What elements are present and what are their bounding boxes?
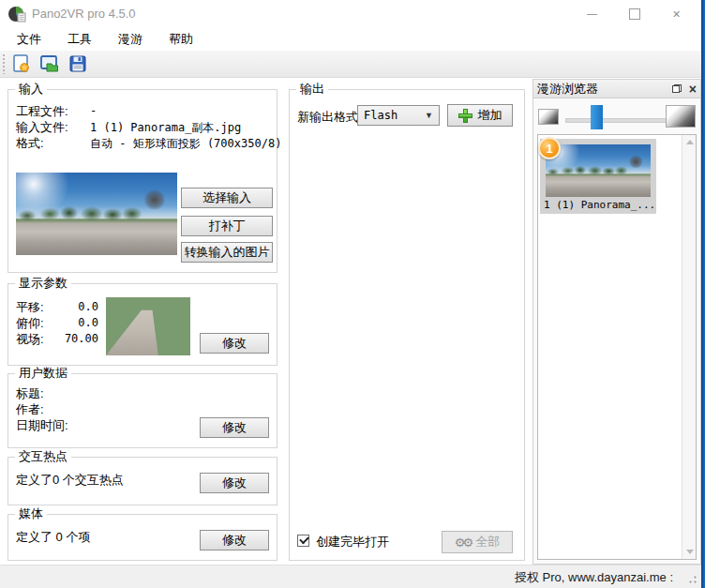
format-label: 格式: [16, 136, 44, 150]
menu-tools[interactable]: 工具 [58, 28, 101, 51]
scroll-up-icon[interactable] [682, 135, 697, 149]
output-groupbox: 输出 新输出格式: Flash ▼ 增加 创建完毕打开 ⚙⚙ 全部 [289, 89, 525, 561]
maximize-icon [629, 8, 640, 20]
checkmark-icon [299, 535, 309, 545]
pan-value: 0.0 [55, 300, 98, 313]
close-icon: × [672, 7, 680, 22]
add-output-button[interactable]: 增加 [447, 104, 513, 127]
save-project-button[interactable] [66, 53, 90, 75]
open-project-icon [39, 53, 60, 74]
hotspots-title: 交互热点 [15, 450, 71, 463]
menu-help[interactable]: 帮助 [159, 28, 202, 51]
media-title: 媒体 [15, 507, 47, 520]
output-title: 输出 [296, 83, 328, 96]
patch-label: 打补丁 [209, 218, 246, 234]
close-button[interactable]: × [655, 0, 698, 28]
tour-browser-titlebar[interactable]: 漫游浏览器 × [533, 80, 700, 98]
output-format-select[interactable]: Flash ▼ [357, 105, 440, 126]
float-panel-icon[interactable] [672, 84, 682, 93]
input-panorama-preview [16, 173, 177, 255]
chevron-down-icon: ▼ [425, 111, 433, 120]
minimize-icon [587, 14, 597, 15]
desktop-background-strip [701, 0, 705, 588]
zoom-in-thumbnail-icon [666, 105, 696, 128]
toolbar [0, 51, 701, 78]
tilt-value: 0.0 [55, 316, 98, 329]
display-params-groupbox: 显示参数 平移: 0.0 俯仰: 0.0 视场: 70.00 修改 [8, 283, 278, 366]
patch-button[interactable]: 打补丁 [181, 216, 273, 236]
window-title: Pano2VR pro 4.5.0 [32, 7, 136, 21]
datetime-field-label: 日期时间: [16, 417, 68, 434]
modify-display-button[interactable]: 修改 [200, 333, 269, 354]
tour-browser-panel: 漫游浏览器 × 1 1 (1) Panorama_... [532, 79, 701, 565]
thumbnail-zoom-track[interactable] [565, 118, 667, 123]
input-file-value: 1 (1) Panorama_副本.jpg [90, 120, 241, 136]
input-group-title: 输入 [15, 83, 47, 96]
output-format-label: 新输出格式: [297, 109, 362, 126]
convert-input-button[interactable]: 转换输入的图片 [181, 242, 273, 263]
panorama-item-thumbnail [546, 144, 651, 197]
modify-user-data-label: 修改 [222, 419, 247, 436]
new-project-icon [11, 53, 32, 74]
menu-tour[interactable]: 漫游 [109, 28, 152, 51]
fov-value: 70.00 [55, 332, 98, 345]
list-scrollbar[interactable] [682, 135, 696, 559]
menu-file[interactable]: 文件 [8, 28, 51, 51]
thumbnail-zoom-slider[interactable] [591, 105, 603, 129]
thumbnail-zoom-row [533, 102, 700, 130]
menubar: 文件 工具 漫游 帮助 [0, 28, 701, 51]
input-groupbox: 输入 工程文件: - 输入文件: 1 (1) Panorama_副本.jpg 格… [8, 89, 278, 273]
media-summary: 定义了 0 个项 [16, 529, 90, 546]
project-file-row: 工程文件: [16, 103, 68, 120]
format-value: 自动 - 矩形球面投影 (700x350/8) [90, 136, 281, 152]
add-output-label: 增加 [478, 107, 502, 124]
minimize-button[interactable] [571, 0, 613, 28]
window-titlebar: Pano2VR pro 4.5.0 × [0, 0, 701, 28]
hotspots-summary: 定义了0 个交互热点 [16, 472, 124, 489]
format-row: 格式: [16, 135, 44, 152]
modify-user-data-button[interactable]: 修改 [200, 417, 269, 438]
select-input-button[interactable]: 选择输入 [181, 188, 273, 208]
modify-media-button[interactable]: 修改 [200, 530, 269, 550]
toolbar-drag-handle[interactable] [2, 53, 6, 74]
modify-media-label: 修改 [222, 532, 247, 549]
panorama-number-badge: 1 [538, 137, 561, 159]
author-field-label: 作者: [16, 401, 44, 418]
resize-grip[interactable] [686, 573, 698, 584]
output-format-value: Flash [364, 109, 398, 122]
title-field-label: 标题: [16, 385, 44, 402]
statusbar: 授权 Pro, www.dayanzai.me : [0, 565, 701, 588]
panorama-list-item[interactable]: 1 1 (1) Panorama_... [540, 139, 656, 214]
close-panel-icon[interactable]: × [689, 83, 697, 96]
user-data-title: 用户数据 [15, 367, 71, 380]
plus-icon [458, 109, 472, 123]
view-preview [106, 297, 190, 355]
input-file-label: 输入文件: [16, 120, 68, 134]
select-input-label: 选择输入 [202, 189, 251, 206]
zoom-out-thumbnail-icon [538, 109, 559, 125]
hotspots-groupbox: 交互热点 定义了0 个交互热点 修改 [8, 457, 278, 505]
input-file-row: 输入文件: [16, 119, 68, 136]
project-file-label: 工程文件: [16, 104, 68, 118]
new-project-button[interactable] [9, 53, 34, 75]
modify-hotspots-label: 修改 [222, 475, 247, 491]
view-preview-path [106, 297, 190, 355]
app-icon [8, 5, 26, 23]
convert-input-label: 转换输入的图片 [185, 244, 270, 261]
pan-label: 平移: [16, 299, 44, 316]
open-after-checkbox[interactable] [297, 535, 309, 547]
fov-label: 视场: [16, 331, 44, 348]
maximize-button[interactable] [613, 0, 655, 28]
panorama-list[interactable]: 1 1 (1) Panorama_... [537, 134, 697, 560]
open-after-label: 创建完毕打开 [316, 534, 389, 550]
project-file-value: - [90, 104, 97, 117]
user-data-groupbox: 用户数据 标题: 作者: 日期时间: 修改 [8, 373, 278, 448]
scroll-down-icon[interactable] [682, 545, 697, 559]
gears-icon: ⚙⚙ [455, 535, 471, 550]
media-groupbox: 媒体 定义了 0 个项 修改 [8, 514, 278, 561]
tilt-label: 俯仰: [16, 315, 44, 332]
modify-hotspots-button[interactable]: 修改 [200, 473, 269, 493]
open-project-button[interactable] [38, 53, 62, 75]
generate-all-button[interactable]: ⚙⚙ 全部 [442, 531, 513, 553]
tour-browser-title: 漫游浏览器 [537, 81, 598, 98]
